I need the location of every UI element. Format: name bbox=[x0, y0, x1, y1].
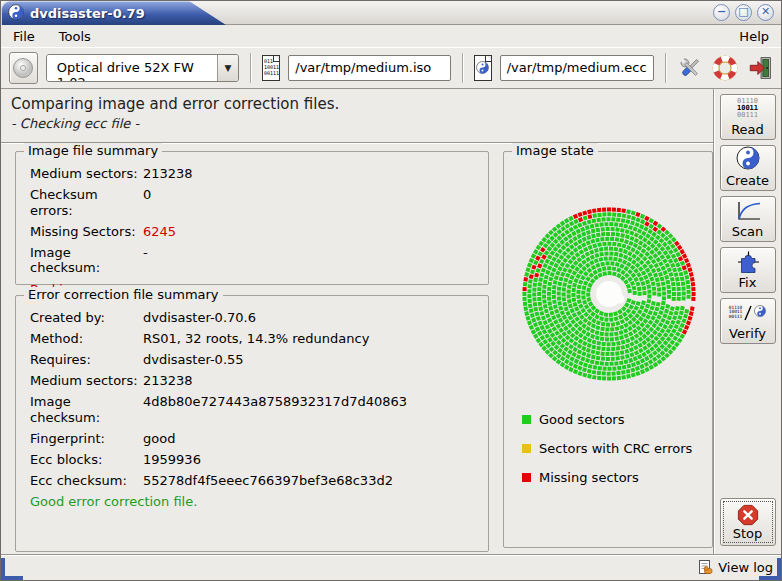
summary-row: Medium sectors:213238 bbox=[30, 373, 478, 389]
summary-row: Image checksum:4d8b80e727443a8758932317d… bbox=[30, 394, 478, 425]
frame-title: Error correction file summary bbox=[24, 287, 223, 302]
row-label: Missing Sectors: bbox=[30, 224, 143, 240]
summary-row: Fingerprint:good bbox=[30, 431, 478, 447]
close-button[interactable]: ✕ bbox=[757, 4, 774, 21]
row-value: - bbox=[143, 245, 148, 276]
drive-selector[interactable]: Optical drive 52X FW 1.02 ▼ bbox=[46, 54, 239, 82]
exit-door-icon bbox=[747, 55, 773, 81]
toolbar: Optical drive 52X FW 1.02 ▼ 011 10011 00… bbox=[1, 47, 781, 89]
status-message: Comparing image and error correction fil… bbox=[11, 95, 703, 113]
toolbar-separator bbox=[665, 53, 666, 83]
row-value: 213238 bbox=[143, 373, 193, 389]
row-label: Ecc blocks: bbox=[30, 452, 143, 468]
legend-label: Missing sectors bbox=[539, 470, 639, 485]
image-state-frame: Image state Good sectorsSectors with CRC… bbox=[503, 151, 713, 548]
row-value: RS01, 32 roots, 14.3% redundancy bbox=[143, 331, 369, 347]
title-bar: dvdisaster-0.79 − □ ✕ bbox=[1, 1, 781, 25]
summary-row: Requires:dvdisaster-0.55 bbox=[30, 352, 478, 368]
verify-button[interactable]: 01110 10011 00111 Verify bbox=[720, 298, 776, 344]
legend-label: Good sectors bbox=[539, 412, 624, 427]
yinyang-icon bbox=[736, 146, 760, 173]
row-label: Method: bbox=[30, 331, 143, 347]
menu-file[interactable]: File bbox=[11, 28, 37, 45]
lifebuoy-icon bbox=[712, 55, 738, 81]
frame-title: Image file summary bbox=[24, 143, 162, 158]
view-log-icon bbox=[697, 559, 714, 576]
verify-compare-icon: 01110 10011 00111 bbox=[729, 305, 767, 321]
summary-row: Ecc blocks:1959936 bbox=[30, 452, 478, 468]
maximize-button[interactable]: □ bbox=[735, 4, 752, 21]
summary-row: Medium sectors:213238 bbox=[30, 166, 478, 182]
row-value: dvdisaster-0.70.6 bbox=[143, 310, 256, 326]
row-value: 4d8b80e727443a8758932317d7d40863 bbox=[143, 394, 407, 425]
yinyang-icon bbox=[754, 305, 766, 320]
summary-row: Image checksum:- bbox=[30, 245, 478, 276]
image-file-icon: 011 10011 00111 bbox=[262, 55, 280, 81]
ecc-yinyang-icon bbox=[476, 61, 489, 75]
row-value: 1959936 bbox=[143, 452, 201, 468]
summary-row: Missing Sectors:6245 bbox=[30, 224, 478, 240]
stop-button[interactable]: Stop bbox=[720, 498, 776, 546]
ecc-file-summary-frame: Error correction file summary Created by… bbox=[15, 295, 489, 552]
quit-button[interactable] bbox=[746, 53, 773, 83]
image-file-input[interactable]: /var/tmp/medium.iso bbox=[288, 55, 450, 81]
ecc-summary-verdict: Good error correction file. bbox=[30, 494, 478, 509]
summary-row: Method:RS01, 32 roots, 14.3% redundancy bbox=[30, 331, 478, 347]
row-value: 0 bbox=[143, 187, 151, 218]
image-file-summary-frame: Image file summary Medium sectors:213238… bbox=[15, 151, 489, 285]
bottom-bar: View log bbox=[1, 554, 781, 580]
row-value: dvdisaster-0.55 bbox=[143, 352, 244, 368]
row-label: Ecc checksum: bbox=[30, 473, 143, 489]
legend-swatch bbox=[522, 415, 531, 424]
menu-tools[interactable]: Tools bbox=[57, 28, 93, 45]
scan-graph-icon bbox=[734, 200, 762, 222]
drive-selector-value: Optical drive 52X FW 1.02 bbox=[47, 55, 217, 81]
status-submessage: - Checking ecc file - bbox=[11, 116, 703, 131]
minimize-button[interactable]: − bbox=[713, 4, 730, 21]
frame-title: Image state bbox=[512, 143, 598, 158]
drive-select-button[interactable] bbox=[9, 52, 38, 84]
legend-item: Missing sectors bbox=[522, 470, 712, 485]
view-log-button[interactable]: View log bbox=[718, 560, 773, 575]
read-button[interactable]: 01110 10011 00111 Read bbox=[720, 94, 776, 140]
row-label: Fingerprint: bbox=[30, 431, 143, 447]
chevron-down-icon[interactable]: ▼ bbox=[217, 55, 238, 81]
legend-swatch bbox=[522, 444, 531, 453]
binary-icon: 01110 10011 00111 bbox=[737, 98, 758, 119]
help-button[interactable] bbox=[711, 53, 738, 83]
title-tab: dvdisaster-0.79 bbox=[1, 1, 226, 25]
app-yinyang-icon bbox=[8, 4, 24, 23]
row-value: 213238 bbox=[143, 166, 193, 182]
summary-row: Checksum errors:0 bbox=[30, 187, 478, 218]
window-title: dvdisaster-0.79 bbox=[30, 6, 145, 21]
menu-bar: File Tools Help bbox=[1, 25, 781, 47]
row-label: Checksum errors: bbox=[30, 187, 143, 218]
app-window: dvdisaster-0.79 − □ ✕ File Tools Help Op… bbox=[0, 0, 782, 581]
toolbar-separator bbox=[462, 53, 463, 83]
puzzle-piece-icon bbox=[735, 250, 761, 274]
window-corner-accent bbox=[777, 558, 781, 580]
status-area: Comparing image and error correction fil… bbox=[1, 89, 713, 143]
summary-row: Created by:dvdisaster-0.70.6 bbox=[30, 310, 478, 326]
row-value: good bbox=[143, 431, 175, 447]
menu-help[interactable]: Help bbox=[737, 28, 771, 45]
legend-label: Sectors with CRC errors bbox=[539, 441, 692, 456]
legend-swatch bbox=[522, 473, 531, 482]
legend-item: Good sectors bbox=[522, 412, 712, 427]
window-corner-accent bbox=[1, 558, 5, 580]
scan-button[interactable]: Scan bbox=[720, 196, 776, 242]
ecc-summary-rows: Created by:dvdisaster-0.70.6Method:RS01,… bbox=[30, 310, 478, 488]
row-label: Created by: bbox=[30, 310, 143, 326]
preferences-button[interactable] bbox=[677, 53, 704, 83]
tools-icon bbox=[677, 55, 703, 81]
fix-button[interactable]: Fix bbox=[720, 247, 776, 293]
sector-legend: Good sectorsSectors with CRC errorsMissi… bbox=[522, 412, 712, 485]
legend-item: Sectors with CRC errors bbox=[522, 441, 712, 456]
row-label: Medium sectors: bbox=[30, 373, 143, 389]
stop-octagon-icon bbox=[737, 504, 759, 526]
image-summary-rows: Medium sectors:213238Checksum errors:0Mi… bbox=[30, 166, 478, 276]
action-sidebar: 01110 10011 00111 Read Create bbox=[713, 89, 781, 554]
disc-sector-map bbox=[506, 158, 712, 408]
ecc-file-input[interactable]: /var/tmp/medium.ecc bbox=[500, 55, 654, 81]
create-button[interactable]: Create bbox=[720, 145, 776, 191]
